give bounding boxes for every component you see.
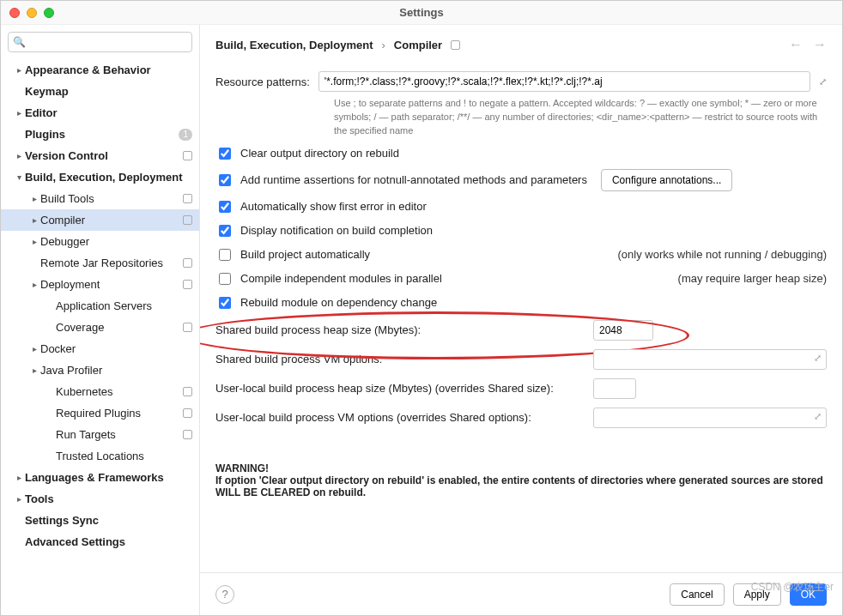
sidebar-item-label: Java Profiler xyxy=(40,364,192,377)
configure-annotations-button[interactable]: Configure annotations... xyxy=(601,169,732,191)
sidebar-item-label: Remote Jar Repositories xyxy=(40,257,179,269)
project-scope-icon xyxy=(183,215,192,225)
assertions-label: Add runtime assertions for notnull-annot… xyxy=(240,173,587,186)
cancel-button[interactable]: Cancel xyxy=(670,583,724,606)
breadcrumb: Build, Execution, Deployment › Compiler … xyxy=(200,25,842,57)
project-scope-icon xyxy=(183,151,192,160)
sidebar-item-label: Kubernetes xyxy=(56,385,179,398)
chevron-right-icon[interactable]: ▸ xyxy=(13,473,25,482)
clear-output-checkbox[interactable] xyxy=(219,148,231,160)
chevron-right-icon[interactable]: ▸ xyxy=(28,237,40,246)
sidebar-item-label: Appearance & Behavior xyxy=(25,63,192,76)
chevron-right-icon[interactable]: ▸ xyxy=(28,215,40,225)
assertions-checkbox[interactable] xyxy=(219,174,231,186)
sidebar-item-java-profiler[interactable]: ▸Java Profiler xyxy=(1,359,199,381)
sidebar-item-deployment[interactable]: ▸Deployment xyxy=(1,274,199,295)
project-scope-icon xyxy=(183,387,192,396)
help-button[interactable]: ? xyxy=(215,585,234,604)
sidebar-item-appearance-behavior[interactable]: ▸Appearance & Behavior xyxy=(1,59,199,81)
parallel-checkbox[interactable] xyxy=(219,273,231,285)
notify-label: Display notification on build completion xyxy=(240,224,433,237)
chevron-right-icon[interactable]: ▸ xyxy=(13,494,25,504)
chevron-right-icon[interactable]: ▸ xyxy=(28,344,40,353)
sidebar-item-application-servers[interactable]: Application Servers xyxy=(1,295,199,317)
warning-block: WARNING! If option 'Clear output directo… xyxy=(215,462,827,498)
apply-button[interactable]: Apply xyxy=(733,583,781,606)
breadcrumb-root[interactable]: Build, Execution, Deployment xyxy=(215,39,373,51)
sidebar-item-label: Coverage xyxy=(56,321,179,334)
sidebar-item-compiler[interactable]: ▸Compiler xyxy=(1,209,199,231)
chevron-right-icon[interactable]: ▸ xyxy=(28,365,40,375)
auto-build-checkbox[interactable] xyxy=(219,249,231,261)
nav-forward-icon[interactable]: → xyxy=(813,37,827,52)
sidebar-item-trusted-locations[interactable]: Trusted Locations xyxy=(1,445,199,467)
sidebar-item-tools[interactable]: ▸Tools xyxy=(1,488,199,510)
titlebar: Settings xyxy=(1,1,842,25)
notify-checkbox[interactable] xyxy=(219,225,231,237)
sidebar-item-keymap[interactable]: Keymap xyxy=(1,81,199,102)
user-heap-size-input[interactable] xyxy=(593,378,636,399)
window-title: Settings xyxy=(1,6,842,19)
sidebar-item-debugger[interactable]: ▸Debugger xyxy=(1,231,199,252)
vm-options-input[interactable] xyxy=(593,349,827,370)
autoshow-error-checkbox[interactable] xyxy=(219,201,231,213)
sidebar-item-build-execution-deployment[interactable]: ▾Build, Execution, Deployment xyxy=(1,166,199,188)
sidebar-item-advanced-settings[interactable]: Advanced Settings xyxy=(1,531,199,553)
sidebar-item-remote-jar-repositories[interactable]: Remote Jar Repositories xyxy=(1,252,199,274)
user-vm-options-label: User-local build process VM options (ove… xyxy=(215,411,593,424)
chevron-down-icon[interactable]: ▾ xyxy=(13,172,25,182)
settings-tree: ▸Appearance & BehaviorKeymap▸EditorPlugi… xyxy=(1,59,199,615)
sidebar-item-settings-sync[interactable]: Settings Sync xyxy=(1,510,199,531)
user-vm-options-input[interactable] xyxy=(593,408,827,428)
heap-size-label: Shared build process heap size (Mbytes): xyxy=(215,323,593,336)
project-scope-icon xyxy=(183,258,192,268)
sidebar-item-coverage[interactable]: Coverage xyxy=(1,317,199,338)
sidebar-item-version-control[interactable]: ▸Version Control xyxy=(1,145,199,166)
autoshow-error-label: Automatically show first error in editor xyxy=(240,200,427,213)
breadcrumb-sep: › xyxy=(381,39,385,51)
search-icon: 🔍 xyxy=(13,36,26,48)
project-scope-icon xyxy=(183,280,192,289)
sidebar-item-languages-frameworks[interactable]: ▸Languages & Frameworks xyxy=(1,467,199,488)
rebuild-dep-checkbox[interactable] xyxy=(219,297,231,309)
sidebar-item-label: Run Targets xyxy=(56,428,179,441)
sidebar-item-docker[interactable]: ▸Docker xyxy=(1,338,199,359)
project-scope-icon xyxy=(451,40,460,50)
sidebar-item-label: Trusted Locations xyxy=(56,450,192,462)
sidebar-item-label: Advanced Settings xyxy=(25,535,192,548)
sidebar-item-label: Plugins xyxy=(25,128,175,141)
chevron-right-icon[interactable]: ▸ xyxy=(28,280,40,289)
expand-icon[interactable]: ⤢ xyxy=(819,76,827,88)
sidebar-item-label: Settings Sync xyxy=(25,514,192,527)
resource-patterns-hint: Use ; to separate patterns and ! to nega… xyxy=(334,97,827,138)
expand-icon[interactable]: ⤢ xyxy=(814,353,822,364)
heap-size-input[interactable] xyxy=(593,320,653,341)
sidebar-item-run-targets[interactable]: Run Targets xyxy=(1,424,199,445)
warning-heading: WARNING! xyxy=(215,462,827,474)
sidebar-item-label: Docker xyxy=(40,342,192,355)
sidebar-item-label: Required Plugins xyxy=(56,407,179,420)
chevron-right-icon[interactable]: ▸ xyxy=(13,65,25,75)
rebuild-dep-label: Rebuild module on dependency change xyxy=(240,296,437,309)
nav-back-icon[interactable]: ← xyxy=(789,37,803,52)
chevron-right-icon[interactable]: ▸ xyxy=(28,194,40,203)
ok-button[interactable]: OK xyxy=(790,583,827,606)
resource-patterns-input[interactable] xyxy=(318,71,810,92)
sidebar-item-label: Editor xyxy=(25,106,192,119)
breadcrumb-leaf: Compiler xyxy=(394,39,442,51)
chevron-right-icon[interactable]: ▸ xyxy=(13,108,25,118)
chevron-right-icon[interactable]: ▸ xyxy=(13,151,25,160)
clear-output-label: Clear output directory on rebuild xyxy=(240,147,399,160)
sidebar-item-label: Keymap xyxy=(25,85,192,98)
expand-icon[interactable]: ⤢ xyxy=(814,411,822,422)
sidebar-item-plugins[interactable]: Plugins1 xyxy=(1,124,199,145)
sidebar-item-build-tools[interactable]: ▸Build Tools xyxy=(1,188,199,209)
warning-body: If option 'Clear output directory on reb… xyxy=(215,474,827,498)
sidebar-item-kubernetes[interactable]: Kubernetes xyxy=(1,381,199,402)
project-scope-icon xyxy=(183,323,192,332)
sidebar-item-label: Deployment xyxy=(40,278,179,291)
search-input[interactable] xyxy=(8,32,192,52)
sidebar-item-editor[interactable]: ▸Editor xyxy=(1,102,199,124)
sidebar-item-required-plugins[interactable]: Required Plugins xyxy=(1,402,199,424)
project-scope-icon xyxy=(183,430,192,439)
